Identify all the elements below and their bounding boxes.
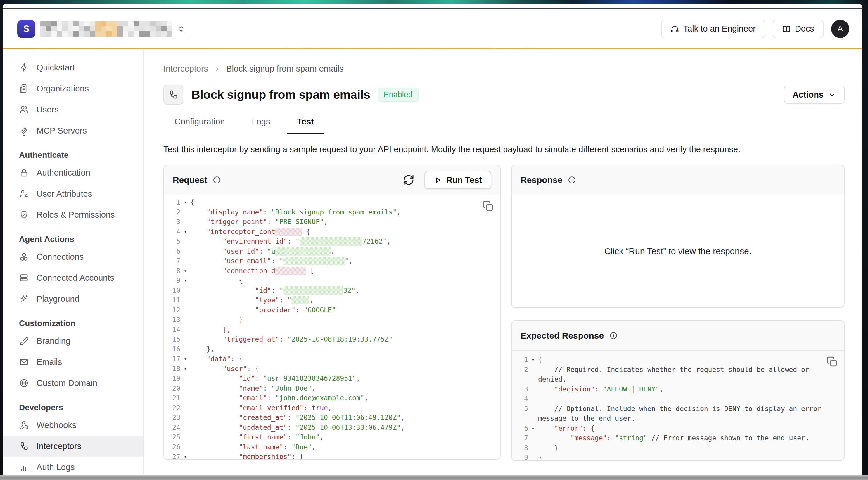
user-avatar[interactable]: A: [831, 20, 849, 38]
shield-check-icon: [19, 210, 29, 220]
sidebar-item-emails[interactable]: Emails: [3, 351, 144, 373]
line-number: 15: [167, 334, 180, 345]
code-line: 25 "first_name": "John",: [167, 433, 500, 442]
sidebar-item-connected-accounts[interactable]: Connected Accounts: [3, 267, 144, 288]
collapse-toggle[interactable]: ▾: [180, 266, 190, 276]
code-token: :: [271, 287, 279, 294]
sidebar-item-label: Authentication: [36, 168, 90, 178]
sidebar-item-webhooks[interactable]: Webhooks: [3, 415, 144, 436]
rows-icon: [19, 273, 29, 283]
code-content: [538, 394, 844, 404]
request-json-editor[interactable]: 1▾{2 "display_name": "Block signup from …: [164, 195, 500, 459]
actions-button[interactable]: Actions: [784, 86, 845, 104]
code-token: "trigger_point": [206, 218, 267, 226]
redaction-pixel: [150, 31, 156, 36]
redaction-pixel: [73, 21, 79, 26]
sidebar-item-auth-logs[interactable]: Auth Logs: [3, 457, 144, 475]
code-token: "user_email": [223, 257, 271, 265]
brush-icon: [19, 336, 29, 346]
redaction-pixel: [57, 21, 62, 26]
code-token: {: [255, 365, 259, 373]
redaction-pixel: [133, 26, 139, 31]
sidebar-item-playground[interactable]: Playground: [3, 288, 144, 309]
redaction-pixel: [166, 21, 172, 26]
org-switcher[interactable]: [176, 24, 186, 34]
sidebar-item-interceptors[interactable]: Interceptors: [3, 436, 144, 457]
collapse-spacer: [180, 393, 190, 403]
sidebar-item-authentication[interactable]: Authentication: [3, 162, 144, 183]
copy-icon[interactable]: [482, 200, 494, 212]
code-token: :: [267, 394, 275, 402]
sidebar-item-roles-permissions[interactable]: Roles & Permissions: [3, 204, 144, 225]
sidebar-item-branding[interactable]: Branding: [3, 330, 144, 351]
collapse-spacer: [180, 217, 190, 227]
line-number: 5: [515, 404, 528, 424]
code-token: ]: [223, 326, 227, 333]
code-content: "created_at": "2025-10-06T11:06:49.120Z"…: [190, 413, 500, 423]
collapse-toggle[interactable]: ▾: [528, 355, 538, 365]
collapse-toggle[interactable]: ▾: [180, 452, 190, 459]
sidebar-item-mcp-servers[interactable]: MCP Servers: [3, 120, 144, 141]
sidebar-item-organizations[interactable]: Organizations: [3, 78, 144, 99]
redaction-pixel: [166, 26, 172, 31]
code-line: 27▾ "memberships": [: [167, 452, 500, 459]
collapse-spacer: [180, 374, 190, 384]
reset-request-button[interactable]: [403, 174, 414, 186]
tab-logs[interactable]: Logs: [242, 117, 280, 133]
code-token: "triggered_at": [223, 335, 279, 343]
redaction-pixel: [117, 31, 123, 36]
collapse-toggle[interactable]: ▾: [180, 364, 190, 374]
tab-configuration[interactable]: Configuration: [164, 117, 235, 133]
run-test-button[interactable]: Run Test: [424, 171, 491, 189]
code-token: :: [279, 335, 287, 343]
code-token: "display_name": [206, 208, 263, 216]
talk-to-engineer-button[interactable]: Talk to an Engineer: [661, 20, 765, 38]
redaction-pixel: [40, 21, 45, 26]
status-badge: Enabled: [378, 88, 418, 102]
code-token: [306, 267, 310, 275]
copy-icon[interactable]: [826, 356, 838, 368]
sidebar-item-user-attributes[interactable]: User Attributes: [3, 183, 144, 204]
collapse-toggle[interactable]: ▾: [180, 227, 190, 237]
code-line: 18▾ "user": {: [167, 364, 500, 374]
redaction-pixel: [145, 21, 150, 26]
redaction-pixel: [73, 31, 79, 36]
redaction-pixel: [150, 21, 156, 26]
sidebar-item-custom-domain[interactable]: Custom Domain: [3, 373, 144, 393]
line-number: 3: [515, 384, 528, 394]
collapse-toggle[interactable]: ▾: [180, 276, 190, 286]
info-icon[interactable]: [609, 331, 618, 340]
info-icon[interactable]: [567, 175, 576, 184]
right-column: Response Click “Run Test” to view the re…: [511, 165, 845, 461]
collapse-spacer: [180, 413, 190, 423]
line-number: 8: [167, 266, 180, 276]
docs-button[interactable]: Docs: [773, 20, 824, 38]
code-content: },: [190, 345, 500, 354]
chevron-down-icon: [828, 91, 836, 98]
sidebar-item-label: Roles & Permissions: [36, 210, 115, 220]
org-name-redacted: [40, 21, 172, 36]
breadcrumb-parent-link[interactable]: Interceptors: [163, 64, 208, 74]
sidebar-item-connections[interactable]: Connections: [3, 246, 144, 267]
sidebar-item-quickstart[interactable]: Quickstart: [3, 57, 144, 78]
tab-test[interactable]: Test: [287, 117, 323, 133]
mail-icon: [19, 357, 29, 367]
collapse-toggle[interactable]: ▾: [180, 197, 190, 207]
code-line: 21 "email": "john.doe@example.com",: [167, 393, 500, 403]
code-token: "john.doe@example.com": [275, 394, 365, 402]
code-line: 20 "name": "John Doe",: [167, 384, 500, 393]
code-token: ,: [386, 237, 391, 245]
code-token: :: [263, 384, 271, 392]
redaction-pixel: [100, 21, 106, 26]
code-token: }: [538, 454, 542, 460]
collapse-spacer: [180, 305, 190, 315]
code-line: 17▾ "data": {: [167, 354, 500, 364]
play-icon: [434, 176, 442, 184]
info-icon[interactable]: [213, 175, 221, 184]
collapse-toggle[interactable]: ▾: [528, 424, 538, 434]
sidebar-item-label: Quickstart: [36, 63, 75, 72]
code-line: 7 "user_email": "",: [167, 256, 500, 266]
sidebar-item-users[interactable]: Users: [3, 99, 144, 120]
redacted-value: [291, 296, 310, 305]
collapse-toggle[interactable]: ▾: [180, 354, 190, 364]
